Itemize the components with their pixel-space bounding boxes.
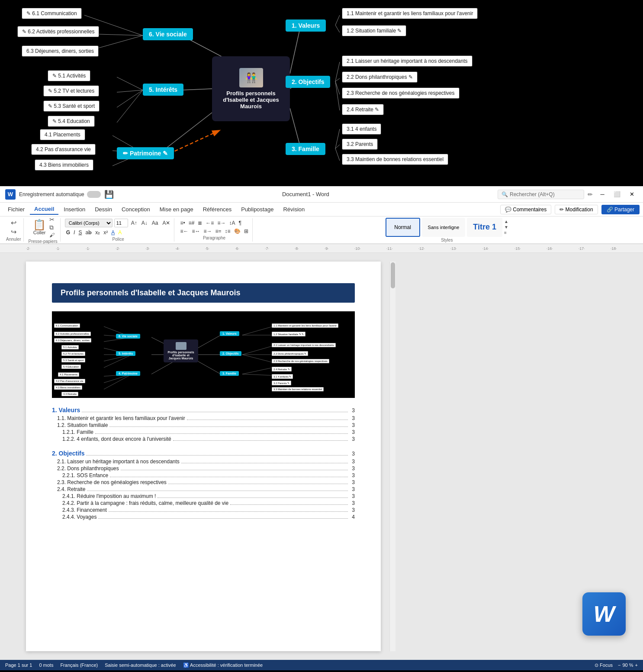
dot-line <box>187 420 348 420</box>
dot-line <box>230 504 348 505</box>
paste-button[interactable]: 📋 Coller <box>31 219 48 236</box>
svg-line-8 <box>335 62 340 81</box>
dot-line <box>87 491 348 491</box>
toc-h3-2-4-3: 2.4.3. Financement <box>62 507 107 513</box>
toc-num: 3 <box>350 451 355 457</box>
tab-mise-en-page[interactable]: Mise en page <box>155 204 198 214</box>
separator1: 💾 <box>104 190 114 199</box>
tab-revision[interactable]: Révision <box>279 204 309 214</box>
restore-btn[interactable]: ⬜ <box>611 188 623 200</box>
justify-btn[interactable]: ≡= <box>214 228 223 235</box>
mini-leaf-2-3: 2.3 Recherche de nos généalogies respect… <box>272 359 329 363</box>
style-sans-interligne-btn[interactable]: Sans interligne <box>422 218 466 237</box>
mini-branch-famille: 3. Famille <box>220 371 239 376</box>
tab-publipostage[interactable]: Publipostage <box>237 204 278 214</box>
numbering-btn[interactable]: ≡# <box>187 220 196 226</box>
branch-interets[interactable]: 5. Intérêts <box>143 84 183 96</box>
font-color-btn[interactable]: A <box>117 229 123 236</box>
toc-num: 3 <box>350 415 355 421</box>
undo-btn[interactable]: ↩ <box>11 219 16 227</box>
toc-num: 3 <box>350 429 355 435</box>
close-btn[interactable]: ✕ <box>626 188 638 200</box>
multilevel-btn[interactable]: ≣ <box>196 220 203 226</box>
format-painter-icon[interactable]: 🖌 <box>49 232 55 238</box>
branch-famille[interactable]: 3. Famille <box>286 143 325 155</box>
font-grow-btn[interactable]: A↑ <box>130 220 138 226</box>
tab-right-area: 💬 Commentaires ✏ Modification 🔗 Partager <box>500 205 640 214</box>
sort-btn[interactable]: ↕A <box>228 220 236 226</box>
branch-patrimoine[interactable]: ✏ Patrimoine ✎ <box>117 147 174 159</box>
subscript-btn[interactable]: x₂ <box>94 229 101 236</box>
strikethrough-btn[interactable]: ab̶ <box>84 229 93 236</box>
tab-dessin[interactable]: Dessin <box>90 204 116 214</box>
underline-btn[interactable]: S <box>77 229 83 236</box>
font-case-btn[interactable]: Aa <box>151 220 160 226</box>
zoom-in-btn[interactable]: + <box>635 662 638 668</box>
align-center-btn[interactable]: ≡↔ <box>190 228 201 235</box>
toc-num: 3 <box>350 500 355 506</box>
toc-num: 3 <box>350 472 355 478</box>
leaf-5-1: ✎ 5.1 Activités <box>48 70 90 81</box>
svg-line-33 <box>242 326 273 335</box>
tab-accueil[interactable]: Accueil <box>30 204 58 215</box>
modification-button[interactable]: ✏ Modification <box>555 205 598 214</box>
tab-insertion[interactable]: Insertion <box>59 204 90 214</box>
styles-scroll[interactable]: ▲ ▼ ≡ <box>504 219 508 235</box>
shading-btn[interactable]: 🎨 <box>233 228 242 235</box>
search-box[interactable]: 🔍 Rechercher (Alt+Q) <box>498 190 584 199</box>
align-left-btn[interactable]: ≡← <box>179 228 190 235</box>
dot-line <box>109 426 348 427</box>
bullets-btn[interactable]: ≡• <box>179 220 186 226</box>
font-clear-btn[interactable]: A✕ <box>161 220 171 226</box>
scrollbar[interactable] <box>389 262 395 651</box>
italic-btn[interactable]: I <box>72 229 76 236</box>
tab-conception[interactable]: Conception <box>117 204 154 214</box>
copy-icon[interactable]: ⧉ <box>49 224 55 231</box>
zoom-out-btn[interactable]: − <box>618 662 620 668</box>
dot-line <box>158 498 348 498</box>
mini-leaf-6-2: 6.2 Activités professionnelles <box>54 332 91 336</box>
leaf-2-1: 2.1 Laisser un héritage important à nos … <box>342 55 473 67</box>
align-right-btn[interactable]: ≡→ <box>203 228 213 235</box>
style-titre1-btn[interactable]: Titre 1 <box>467 218 502 237</box>
decrease-indent-btn[interactable]: ←≡ <box>204 220 215 226</box>
comments-button[interactable]: 💬 Commentaires <box>500 205 551 214</box>
page-count: Page 1 sur 1 <box>5 662 32 668</box>
status-bar: Page 1 sur 1 0 mots Français (France) Sa… <box>0 660 643 670</box>
pilcrow-btn[interactable]: ¶ <box>237 220 242 226</box>
style-normal-btn[interactable]: Normal <box>386 218 420 237</box>
font-shrink-btn[interactable]: A↓ <box>140 220 149 226</box>
document-area: Profils personnels d'Isabelle et Jacques… <box>0 253 643 660</box>
tab-references[interactable]: Références <box>199 204 236 214</box>
auto-save-toggle[interactable] <box>87 191 101 198</box>
superscript-btn[interactable]: x² <box>102 229 109 236</box>
tab-fichier[interactable]: Fichier <box>3 204 29 214</box>
mini-branch-objectifs: 2. Objectifs <box>220 351 241 356</box>
line-spacing-btn[interactable]: ↕≡ <box>224 228 232 235</box>
leaf-5-4: ✎ 5.4 Education <box>48 116 95 127</box>
toc-num: 3 <box>350 407 355 414</box>
bold-btn[interactable]: G <box>65 229 71 236</box>
document-page[interactable]: Profils personnels d'Isabelle et Jacques… <box>26 262 381 651</box>
toc-row-2-4: 2.4. Retraite 3 <box>52 486 355 493</box>
share-button[interactable]: 🔗 Partager <box>601 205 640 214</box>
branch-objectifs[interactable]: 2. Objectifs <box>286 76 330 88</box>
auto-save-label: Enregistrement automatique <box>19 191 84 197</box>
mini-leaf-4-2: 4.2 Pas d'assurance vie <box>54 379 85 383</box>
redo-btn[interactable]: ↪ <box>11 228 16 236</box>
focus-btn[interactable]: ⊙ Focus <box>595 662 613 668</box>
minimize-btn[interactable]: ─ <box>596 188 608 200</box>
cut-icon[interactable]: ✂ <box>49 216 55 223</box>
dot-line <box>110 477 348 477</box>
borders-btn[interactable]: ⊞ <box>243 228 250 235</box>
toc-row-2-2: 2.2. Dons philanthropiques 3 <box>52 465 355 472</box>
branch-vie-sociale[interactable]: 6. Vie sociale <box>143 28 193 40</box>
toc-row-2-4-1: 2.4.1. Réduire l'imposition au maximum !… <box>52 493 355 500</box>
increase-indent-btn[interactable]: ≡→ <box>216 220 227 226</box>
branch-valeurs[interactable]: 1. Valeurs <box>286 19 326 32</box>
highlight-btn[interactable]: A <box>110 229 116 236</box>
scrollbar-thumb[interactable] <box>391 262 395 288</box>
svg-line-4 <box>182 89 212 90</box>
font-family-select[interactable]: Calibri (Corps) <box>65 219 113 227</box>
font-size-input[interactable] <box>114 219 128 227</box>
